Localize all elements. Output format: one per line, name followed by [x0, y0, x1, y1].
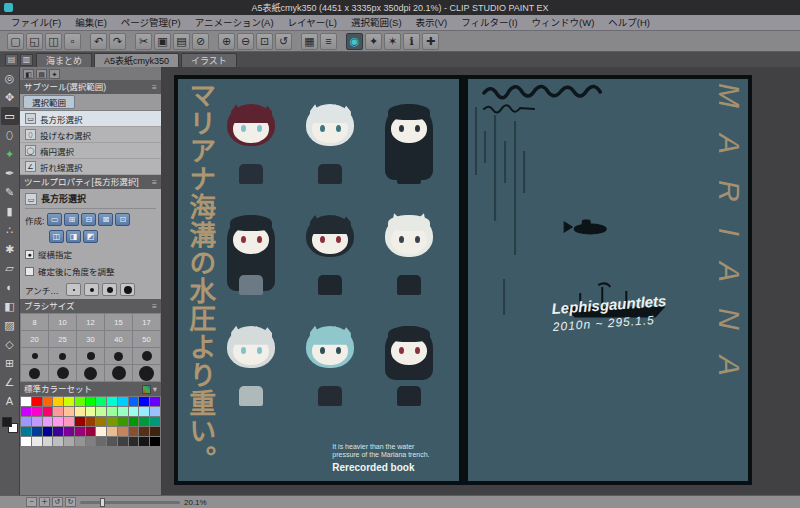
delete-icon[interactable]: ⊘ [192, 33, 209, 50]
color-swatch[interactable] [129, 427, 139, 436]
color-swatch[interactable] [118, 417, 128, 426]
selection-style-a-icon[interactable]: ◫ [49, 230, 64, 243]
ask-academy-icon[interactable]: ✶ [384, 33, 401, 50]
zoom-out-icon[interactable]: − [26, 497, 37, 507]
color-swatch[interactable] [86, 427, 96, 436]
color-swatch[interactable] [75, 437, 85, 446]
rotate-view-icon[interactable]: ↺ [275, 33, 292, 50]
color-set-panel-header[interactable]: 標準カラーセット ▾ [20, 382, 161, 396]
checkbox[interactable] [25, 267, 34, 276]
subtool-polyline-select[interactable]: ∠ 折れ線選択 [20, 159, 161, 175]
subtool-ellipse-select[interactable]: ◯ 楕円選択 [20, 143, 161, 159]
color-swatch[interactable] [150, 427, 160, 436]
color-swatch[interactable] [139, 397, 149, 406]
dock-tab-icon-brush[interactable]: ✦ [49, 69, 60, 79]
selection-style-b-icon[interactable]: ◨ [66, 230, 81, 243]
zoom-tool-icon[interactable]: ◎ [1, 69, 19, 87]
color-swatch[interactable] [107, 397, 117, 406]
color-swatch[interactable] [21, 427, 31, 436]
color-swatch[interactable] [150, 437, 160, 446]
color-swatch[interactable] [53, 437, 63, 446]
tool-property-panel-header[interactable]: ツールプロパティ[長方形選択] ≡ [20, 175, 161, 189]
menu-item[interactable]: アニメーション(A) [188, 15, 281, 31]
color-swatch[interactable] [32, 437, 42, 446]
color-swatch[interactable] [64, 397, 74, 406]
color-swatch[interactable] [129, 397, 139, 406]
color-swatch[interactable] [64, 427, 74, 436]
color-swatch[interactable] [43, 417, 53, 426]
grid-icon[interactable]: ▦ [301, 33, 318, 50]
brush-size-cell[interactable] [49, 348, 76, 364]
new-file-icon[interactable]: ▢ [7, 33, 24, 50]
menu-item[interactable]: 編集(E) [68, 15, 114, 31]
brush-size-cell[interactable]: 10 [49, 314, 76, 330]
story-editor-icon[interactable]: ▥ [20, 54, 33, 66]
color-swatch[interactable] [86, 437, 96, 446]
tab-a5-hyoshi-cmyk350[interactable]: A5表紙cmyk350 [94, 53, 179, 67]
subtool-panel-header[interactable]: サブツール(選択範囲) ≡ [20, 80, 161, 94]
brush-size-cell[interactable] [77, 365, 104, 381]
color-swatch[interactable] [150, 397, 160, 406]
brush-size-cell[interactable]: 50 [133, 331, 160, 347]
auto-select-tool-icon[interactable]: ✦ [1, 145, 19, 163]
menu-item[interactable]: ページ管理(P) [114, 15, 188, 31]
ruler-icon[interactable]: ≡ [320, 33, 337, 50]
dock-tab-icon-subtool[interactable]: ◧ [23, 69, 34, 79]
brush-size-cell[interactable]: 30 [77, 331, 104, 347]
color-swatch[interactable] [107, 437, 117, 446]
pen-tool-icon[interactable]: ✒ [1, 164, 19, 182]
adjust-angle-checkbox[interactable]: 確定後に角度を調整 [25, 265, 156, 277]
color-swatch[interactable] [53, 407, 63, 416]
color-swatch[interactable] [43, 437, 53, 446]
zoom-in-icon[interactable]: ⊕ [218, 33, 235, 50]
color-swatch[interactable] [75, 407, 85, 416]
menu-item[interactable]: ヘルプ(H) [601, 15, 657, 31]
material-icon[interactable]: ✦ [365, 33, 382, 50]
color-swatch[interactable] [43, 407, 53, 416]
color-swatch[interactable] [75, 397, 85, 406]
add-icon[interactable]: ✚ [422, 33, 439, 50]
menu-item[interactable]: フィルター(I) [454, 15, 524, 31]
color-swatch[interactable] [129, 407, 139, 416]
rotate-right-icon[interactable]: ↻ [65, 497, 76, 507]
color-swatch[interactable] [53, 427, 63, 436]
page-manager-icon[interactable]: ▤ [5, 54, 18, 66]
zoom-slider-thumb[interactable] [100, 498, 105, 507]
checkbox[interactable]: ● [25, 250, 34, 259]
dock-tab-icon-property[interactable]: ▤ [36, 69, 47, 79]
brush-size-cell[interactable] [49, 365, 76, 381]
color-swatch[interactable] [96, 437, 106, 446]
color-swatch[interactable] [118, 407, 128, 416]
ruler-tool-icon[interactable]: ∠ [1, 373, 19, 391]
brush-size-cell[interactable]: 8 [21, 314, 48, 330]
color-swatch[interactable] [86, 407, 96, 416]
color-swatch[interactable] [32, 417, 42, 426]
color-swatch[interactable] [96, 417, 106, 426]
selection-style-c-icon[interactable]: ◩ [83, 230, 98, 243]
move-tool-icon[interactable]: ✥ [1, 88, 19, 106]
decoration-tool-icon[interactable]: ✱ [1, 240, 19, 258]
aspect-ratio-radio[interactable]: ● 縦横指定 [25, 248, 156, 260]
color-swatch[interactable] [53, 397, 63, 406]
brush-size-cell[interactable] [77, 348, 104, 364]
zoom-slider[interactable] [80, 501, 180, 504]
color-swatch[interactable] [107, 417, 117, 426]
brush-size-cell[interactable]: 15 [105, 314, 132, 330]
color-swatch[interactable] [139, 437, 149, 446]
brush-size-cell[interactable] [21, 348, 48, 364]
eraser-tool-icon[interactable]: ▱ [1, 259, 19, 277]
tab-illust[interactable]: イラスト [181, 53, 237, 67]
menu-item[interactable]: 表示(V) [409, 15, 455, 31]
paste-icon[interactable]: ▤ [173, 33, 190, 50]
color-wheel-icon[interactable] [142, 385, 151, 394]
color-swatch[interactable] [21, 397, 31, 406]
color-swatch[interactable] [43, 427, 53, 436]
pencil-tool-icon[interactable]: ✎ [1, 183, 19, 201]
color-swatch[interactable] [21, 437, 31, 446]
color-swatch[interactable] [150, 407, 160, 416]
redo-icon[interactable]: ↷ [109, 33, 126, 50]
color-swatch[interactable] [118, 427, 128, 436]
color-swatch[interactable] [21, 407, 31, 416]
color-swatch[interactable] [32, 407, 42, 416]
brush-size-cell[interactable]: 12 [77, 314, 104, 330]
